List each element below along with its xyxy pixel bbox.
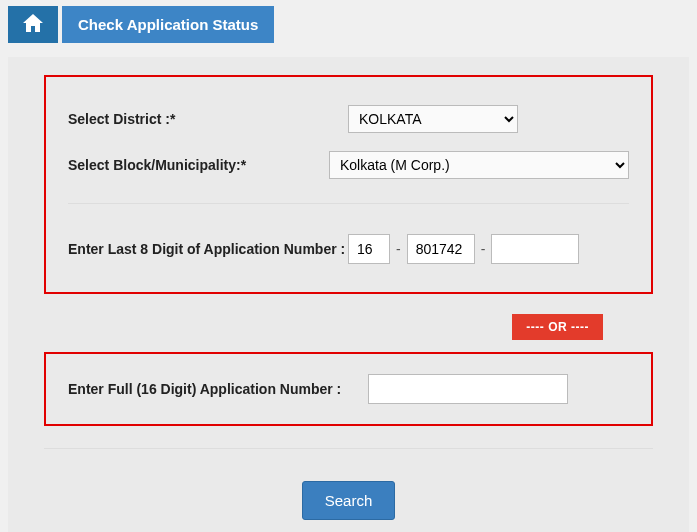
app-part1-input[interactable]	[348, 234, 390, 264]
search-button[interactable]: Search	[302, 481, 396, 520]
app-part2-input[interactable]	[407, 234, 475, 264]
home-button[interactable]	[8, 6, 58, 43]
search-by-parts-box: Select District :* KOLKATA Select Block/…	[44, 75, 653, 294]
district-label: Select District :*	[68, 108, 348, 130]
dash-1: -	[396, 241, 401, 257]
separator-bottom	[44, 448, 653, 449]
or-divider-badge: ---- OR ----	[512, 314, 603, 340]
full-number-label: Enter Full (16 Digit) Application Number…	[68, 378, 368, 400]
last8-label: Enter Last 8 Digit of Application Number…	[68, 238, 348, 260]
page-title: Check Application Status	[78, 16, 258, 33]
app-part3-input[interactable]	[491, 234, 579, 264]
block-label: Select Block/Municipality:*	[68, 154, 329, 176]
block-select[interactable]: Kolkata (M Corp.)	[329, 151, 629, 179]
home-icon	[21, 11, 45, 38]
form-panel: Select District :* KOLKATA Select Block/…	[8, 57, 689, 532]
full-number-input[interactable]	[368, 374, 568, 404]
separator	[68, 203, 629, 204]
dash-2: -	[481, 241, 486, 257]
district-select[interactable]: KOLKATA	[348, 105, 518, 133]
page-title-button[interactable]: Check Application Status	[62, 6, 274, 43]
search-by-full-box: Enter Full (16 Digit) Application Number…	[44, 352, 653, 426]
